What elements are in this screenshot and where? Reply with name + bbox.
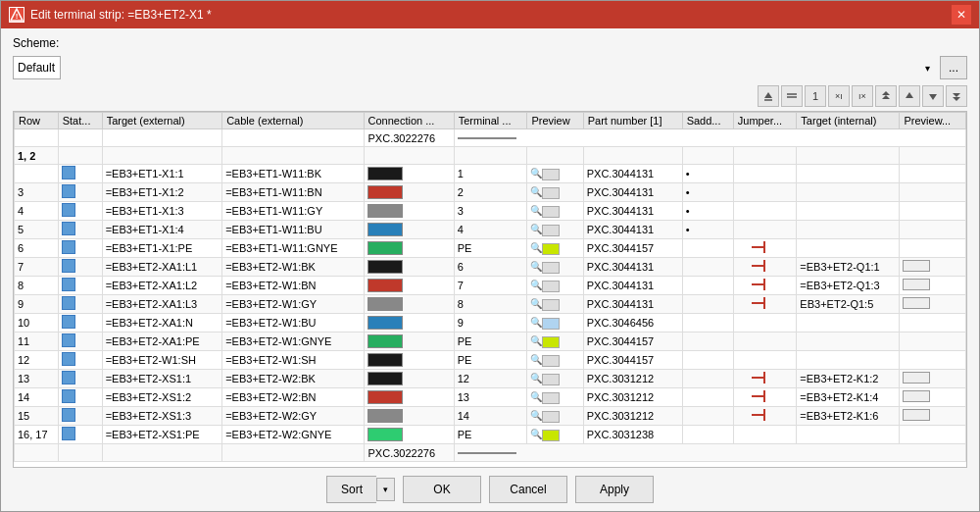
saddle [682, 351, 733, 370]
col-header-part-number: Part number [1] [583, 113, 682, 129]
table-row[interactable]: 4 =EB3+ET1-X1:3 =EB3+ET1-W11:GY 3 🔍 PXC.… [15, 202, 966, 221]
ok-button[interactable]: OK [403, 476, 481, 503]
preview-cell: 🔍 [527, 165, 583, 183]
preview-internal [900, 165, 966, 183]
preview-cell: 🔍 [527, 258, 583, 277]
cancel-button[interactable]: Cancel [489, 476, 567, 503]
col-header-cable-ext: Cable (external) [222, 113, 364, 129]
row-number: 14 [15, 388, 59, 407]
target-internal: EB3+ET2-Q1:5 [797, 295, 900, 314]
toolbar-btn-bottom[interactable] [946, 85, 967, 107]
terminal-num: 14 [454, 407, 527, 426]
part-number: PXC.3044131 [583, 202, 682, 221]
table-row[interactable]: 11 =EB3+ET2-XA1:PE =EB3+ET2-W1:GNYE PE 🔍… [15, 333, 966, 351]
row-number: 6 [15, 239, 59, 258]
row-number: 1, 2 [15, 147, 59, 165]
pxc-top-row-label [15, 129, 59, 147]
terminal-table: Row Stat... Target (external) Cable (ext… [14, 112, 966, 462]
terminal-num: PE [454, 239, 527, 258]
cable-external: =EB3+ET2-W1:BN [222, 277, 364, 295]
toolbar-btn-ix[interactable]: ı× [852, 85, 873, 107]
jumper [733, 333, 797, 351]
connection-color [364, 202, 454, 221]
toolbar-btn-up[interactable] [758, 85, 779, 107]
saddle [682, 370, 733, 388]
toolbar-btn-arrow-down[interactable] [922, 85, 944, 107]
row-status [58, 202, 102, 221]
target-internal [797, 314, 900, 333]
table-row[interactable]: 7 =EB3+ET2-XA1:L1 =EB3+ET2-W1:BK 6 🔍 PXC… [15, 258, 966, 277]
row-number: 8 [15, 277, 59, 295]
preview-cell: 🔍 [527, 407, 583, 426]
toolbar-row: 1 ×ı ı× [13, 85, 967, 107]
connection-color [364, 277, 454, 295]
part-number: PXC.3044131 [583, 165, 682, 183]
title-text: Edit terminal strip: =EB3+ET2-X1 * [30, 8, 212, 22]
part-number: PXC.3031212 [583, 388, 682, 407]
jumper [733, 221, 797, 239]
cable-external: =EB3+ET1-W11:GY [222, 202, 364, 221]
part-number: PXC.3046456 [583, 314, 682, 333]
target-internal: =EB3+ET2-Q1:1 [797, 258, 900, 277]
row-status [58, 165, 102, 183]
toolbar-btn-top[interactable] [875, 85, 897, 107]
row-status [58, 239, 102, 258]
toolbar-btn-arrow-up[interactable] [899, 85, 920, 107]
table-row[interactable]: 12 =EB3+ET2-W1:SH =EB3+ET2-W1:SH PE 🔍 PX… [15, 351, 966, 370]
svg-marker-8 [906, 92, 913, 98]
part-number: PXC.3044131 [583, 258, 682, 277]
table-row[interactable]: 6 =EB3+ET1-X1:PE =EB3+ET1-W11:GNYE PE 🔍 … [15, 239, 966, 258]
jumper [733, 407, 797, 426]
target-internal [797, 165, 900, 183]
table-row[interactable]: 5 =EB3+ET1-X1:4 =EB3+ET1-W11:BU 4 🔍 PXC.… [15, 221, 966, 239]
row-number: 10 [15, 314, 59, 333]
table-row[interactable]: 16, 17 =EB3+ET2-XS1:PE =EB3+ET2-W2:GNYE … [15, 426, 966, 444]
row-number: 4 [15, 202, 59, 221]
table-row[interactable]: 14 =EB3+ET2-XS1:2 =EB3+ET2-W2:BN 13 🔍 PX… [15, 388, 966, 407]
jumper [733, 183, 797, 202]
preview-cell: 🔍 [527, 277, 583, 295]
row-number: 15 [15, 407, 59, 426]
table-row[interactable]: 10 =EB3+ET2-XA1:N =EB3+ET2-W1:BU 9 🔍 PXC… [15, 314, 966, 333]
table-row[interactable]: 9 =EB3+ET2-XA1:L3 =EB3+ET2-W1:GY 8 🔍 PXC… [15, 295, 966, 314]
table-row[interactable]: 15 =EB3+ET2-XS1:3 =EB3+ET2-W2:GY 14 🔍 PX… [15, 407, 966, 426]
saddle [682, 295, 733, 314]
apply-button[interactable]: Apply [575, 476, 654, 503]
scheme-select[interactable]: Default [13, 56, 61, 79]
dots-button[interactable]: ... [940, 56, 967, 79]
pxc-bottom-row: PXC.3022276 [15, 444, 966, 462]
connection-color [364, 165, 454, 183]
part-number: PXC.3031212 [583, 370, 682, 388]
scheme-row: Scheme: [13, 36, 967, 50]
table-row[interactable]: 3 =EB3+ET1-X1:2 =EB3+ET1-W11:BN 2 🔍 PXC.… [15, 183, 966, 202]
connection-color [364, 314, 454, 333]
table-container[interactable]: Row Stat... Target (external) Cable (ext… [13, 111, 967, 468]
col-header-row: Row [15, 113, 59, 129]
saddle [682, 239, 733, 258]
saddle [682, 314, 733, 333]
target-external: =EB3+ET2-XS1:2 [102, 388, 222, 407]
svg-marker-10 [953, 93, 960, 97]
row-status [58, 333, 102, 351]
connection-color [364, 388, 454, 407]
table-row[interactable]: 13 =EB3+ET2-XS1:1 =EB3+ET2-W2:BK 12 🔍 PX… [15, 370, 966, 388]
sort-main-button[interactable]: Sort [326, 476, 376, 503]
jumper [733, 370, 797, 388]
terminal-num: 7 [454, 277, 527, 295]
toolbar-btn-xi[interactable]: ×ı [828, 85, 850, 107]
close-button[interactable]: ✕ [952, 5, 971, 25]
col-header-target-int: Target (internal) [797, 113, 900, 129]
table-row[interactable]: =EB3+ET1-X1:1 =EB3+ET1-W11:BK 1 🔍 PXC.30… [15, 165, 966, 183]
target-internal [797, 351, 900, 370]
sort-arrow-button[interactable]: ▾ [376, 478, 395, 501]
preview-cell: 🔍 [527, 351, 583, 370]
table-row[interactable]: 8 =EB3+ET2-XA1:L2 =EB3+ET2-W1:BN 7 🔍 PXC… [15, 277, 966, 295]
cable-external: =EB3+ET1-W11:BN [222, 183, 364, 202]
toolbar-btn-one[interactable]: 1 [805, 85, 826, 107]
row-status [58, 221, 102, 239]
toolbar-btn-align[interactable] [781, 85, 803, 107]
part-number: PXC.3044131 [583, 221, 682, 239]
target-external: =EB3+ET2-XS1:1 [102, 370, 222, 388]
target-external: =EB3+ET1-X1:4 [102, 221, 222, 239]
jumper [733, 165, 797, 183]
